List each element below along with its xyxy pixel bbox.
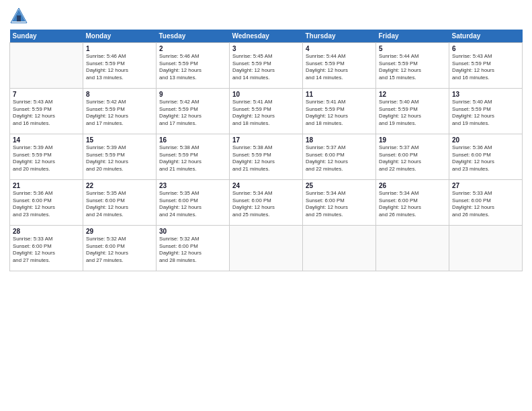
day-info: Sunrise: 5:32 AM Sunset: 6:00 PM Dayligh… (159, 236, 226, 264)
day-number: 21 (13, 182, 80, 189)
calendar-cell: 7Sunrise: 5:43 AM Sunset: 5:59 PM Daylig… (10, 89, 83, 134)
calendar-cell: 22Sunrise: 5:35 AM Sunset: 6:00 PM Dayli… (83, 180, 157, 226)
day-number: 9 (159, 91, 226, 98)
calendar-cell: 5Sunrise: 5:44 AM Sunset: 5:59 PM Daylig… (376, 43, 449, 89)
calendar-cell: 17Sunrise: 5:38 AM Sunset: 5:59 PM Dayli… (230, 134, 303, 180)
weekday-header-wednesday: Wednesday (230, 30, 303, 43)
day-info: Sunrise: 5:43 AM Sunset: 5:59 PM Dayligh… (452, 53, 519, 81)
day-number: 16 (159, 136, 226, 144)
day-number: 24 (232, 182, 300, 189)
day-info: Sunrise: 5:33 AM Sunset: 6:00 PM Dayligh… (13, 236, 80, 264)
day-info: Sunrise: 5:44 AM Sunset: 5:59 PM Dayligh… (306, 53, 373, 81)
day-number: 13 (452, 91, 519, 98)
day-number: 18 (306, 136, 373, 144)
day-number: 26 (379, 182, 446, 189)
weekday-header-tuesday: Tuesday (157, 30, 230, 43)
calendar-cell: 29Sunrise: 5:32 AM Sunset: 6:00 PM Dayli… (83, 226, 157, 271)
calendar-cell: 16Sunrise: 5:38 AM Sunset: 5:59 PM Dayli… (157, 134, 230, 180)
svg-rect-2 (17, 15, 21, 21)
weekday-header-thursday: Thursday (303, 30, 376, 43)
day-info: Sunrise: 5:37 AM Sunset: 6:00 PM Dayligh… (306, 144, 373, 173)
day-info: Sunrise: 5:34 AM Sunset: 6:00 PM Dayligh… (379, 190, 446, 218)
day-info: Sunrise: 5:41 AM Sunset: 5:59 PM Dayligh… (306, 99, 373, 127)
weekday-header-row: SundayMondayTuesdayWednesdayThursdayFrid… (10, 30, 523, 43)
calendar-cell (230, 226, 303, 271)
calendar-cell: 4Sunrise: 5:44 AM Sunset: 5:59 PM Daylig… (303, 43, 376, 89)
calendar-cell: 19Sunrise: 5:37 AM Sunset: 6:00 PM Dayli… (376, 134, 449, 180)
logo-icon (9, 7, 28, 26)
week-row-2: 14Sunrise: 5:39 AM Sunset: 5:59 PM Dayli… (10, 134, 523, 180)
calendar-cell: 15Sunrise: 5:39 AM Sunset: 5:59 PM Dayli… (83, 134, 157, 180)
calendar-cell: 3Sunrise: 5:45 AM Sunset: 5:59 PM Daylig… (230, 43, 303, 89)
day-number: 14 (13, 136, 80, 144)
calendar-cell: 27Sunrise: 5:33 AM Sunset: 6:00 PM Dayli… (449, 180, 523, 226)
day-info: Sunrise: 5:40 AM Sunset: 5:59 PM Dayligh… (452, 99, 519, 127)
day-number: 17 (232, 136, 300, 144)
day-number: 28 (13, 228, 80, 235)
weekday-header-sunday: Sunday (10, 30, 83, 43)
day-info: Sunrise: 5:42 AM Sunset: 5:59 PM Dayligh… (159, 99, 226, 127)
calendar-cell: 10Sunrise: 5:41 AM Sunset: 5:59 PM Dayli… (230, 89, 303, 134)
calendar-cell (303, 226, 376, 271)
day-number: 1 (86, 45, 153, 52)
day-info: Sunrise: 5:46 AM Sunset: 5:59 PM Dayligh… (159, 53, 226, 81)
calendar-cell: 21Sunrise: 5:36 AM Sunset: 6:00 PM Dayli… (10, 180, 83, 226)
day-info: Sunrise: 5:33 AM Sunset: 6:00 PM Dayligh… (452, 190, 519, 218)
calendar-cell: 14Sunrise: 5:39 AM Sunset: 5:59 PM Dayli… (10, 134, 83, 180)
calendar-cell: 24Sunrise: 5:34 AM Sunset: 6:00 PM Dayli… (230, 180, 303, 226)
day-number: 29 (86, 228, 153, 235)
day-number: 27 (452, 182, 519, 189)
day-info: Sunrise: 5:44 AM Sunset: 5:59 PM Dayligh… (379, 53, 446, 81)
day-info: Sunrise: 5:36 AM Sunset: 6:00 PM Dayligh… (13, 190, 80, 218)
day-info: Sunrise: 5:34 AM Sunset: 6:00 PM Dayligh… (232, 190, 300, 218)
logo (9, 7, 30, 26)
day-number: 20 (452, 136, 519, 144)
day-number: 10 (232, 91, 300, 98)
calendar-cell: 28Sunrise: 5:33 AM Sunset: 6:00 PM Dayli… (10, 226, 83, 271)
weekday-header-saturday: Saturday (449, 30, 523, 43)
day-number: 7 (13, 91, 80, 98)
day-number: 30 (159, 228, 226, 235)
day-info: Sunrise: 5:42 AM Sunset: 5:59 PM Dayligh… (86, 99, 153, 127)
day-info: Sunrise: 5:35 AM Sunset: 6:00 PM Dayligh… (159, 190, 226, 218)
day-number: 19 (379, 136, 446, 144)
day-info: Sunrise: 5:41 AM Sunset: 5:59 PM Dayligh… (232, 99, 300, 127)
calendar-cell: 12Sunrise: 5:40 AM Sunset: 5:59 PM Dayli… (376, 89, 449, 134)
header (9, 7, 523, 26)
page: SundayMondayTuesdayWednesdayThursdayFrid… (0, 0, 532, 411)
calendar-cell: 2Sunrise: 5:46 AM Sunset: 5:59 PM Daylig… (157, 43, 230, 89)
calendar-cell: 13Sunrise: 5:40 AM Sunset: 5:59 PM Dayli… (449, 89, 523, 134)
calendar-cell: 26Sunrise: 5:34 AM Sunset: 6:00 PM Dayli… (376, 180, 449, 226)
day-number: 25 (306, 182, 373, 189)
day-number: 6 (452, 45, 519, 52)
week-row-3: 21Sunrise: 5:36 AM Sunset: 6:00 PM Dayli… (10, 180, 523, 226)
day-number: 15 (86, 136, 153, 144)
calendar-cell (10, 43, 83, 89)
calendar-cell: 23Sunrise: 5:35 AM Sunset: 6:00 PM Dayli… (157, 180, 230, 226)
day-info: Sunrise: 5:38 AM Sunset: 5:59 PM Dayligh… (159, 144, 226, 173)
calendar-cell (376, 226, 449, 271)
day-number: 5 (379, 45, 446, 52)
day-info: Sunrise: 5:36 AM Sunset: 6:00 PM Dayligh… (452, 144, 519, 173)
day-number: 22 (86, 182, 153, 189)
calendar-cell: 9Sunrise: 5:42 AM Sunset: 5:59 PM Daylig… (157, 89, 230, 134)
day-info: Sunrise: 5:39 AM Sunset: 5:59 PM Dayligh… (13, 144, 80, 173)
day-number: 3 (232, 45, 300, 52)
calendar-cell: 20Sunrise: 5:36 AM Sunset: 6:00 PM Dayli… (449, 134, 523, 180)
calendar-cell: 30Sunrise: 5:32 AM Sunset: 6:00 PM Dayli… (157, 226, 230, 271)
calendar-cell (449, 226, 523, 271)
day-info: Sunrise: 5:38 AM Sunset: 5:59 PM Dayligh… (232, 144, 300, 173)
day-number: 8 (86, 91, 153, 98)
day-info: Sunrise: 5:40 AM Sunset: 5:59 PM Dayligh… (379, 99, 446, 127)
day-info: Sunrise: 5:35 AM Sunset: 6:00 PM Dayligh… (86, 190, 153, 218)
day-info: Sunrise: 5:39 AM Sunset: 5:59 PM Dayligh… (86, 144, 153, 173)
week-row-0: 1Sunrise: 5:46 AM Sunset: 5:59 PM Daylig… (10, 43, 523, 89)
day-number: 4 (306, 45, 373, 52)
day-info: Sunrise: 5:37 AM Sunset: 6:00 PM Dayligh… (379, 144, 446, 173)
weekday-header-friday: Friday (376, 30, 449, 43)
day-info: Sunrise: 5:46 AM Sunset: 5:59 PM Dayligh… (86, 53, 153, 81)
day-number: 2 (159, 45, 226, 52)
day-info: Sunrise: 5:34 AM Sunset: 6:00 PM Dayligh… (306, 190, 373, 218)
week-row-4: 28Sunrise: 5:33 AM Sunset: 6:00 PM Dayli… (10, 226, 523, 271)
week-row-1: 7Sunrise: 5:43 AM Sunset: 5:59 PM Daylig… (10, 89, 523, 134)
